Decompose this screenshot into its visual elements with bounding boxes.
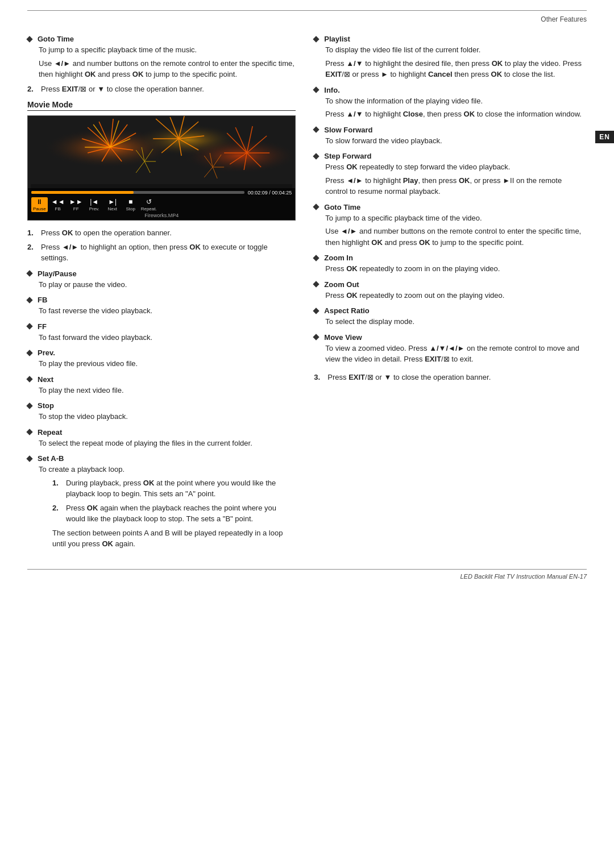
set-ab-note: The section between points A and B will … xyxy=(52,528,296,550)
set-ab-steps: 1. During playback, press OK at the poin… xyxy=(52,477,296,525)
video-preview: 00:02:09 / 00:04:25 ⏸ Pause ◄◄ FB xyxy=(27,115,296,221)
filename-display: Fireworks.MP4 xyxy=(31,213,292,218)
play-pause-section: Play/Pause To play or pause the video. xyxy=(27,269,296,290)
stop-btn[interactable]: ■ Stop xyxy=(123,198,139,211)
diamond-icon xyxy=(313,86,320,93)
ff-label: FF xyxy=(73,206,79,211)
stop-label: Stop xyxy=(126,206,135,211)
goto-time-section: Goto Time To jump to a specific playback… xyxy=(27,35,296,80)
progress-container: 00:02:09 / 00:04:25 xyxy=(31,190,292,196)
diamond-icon xyxy=(313,153,320,159)
pause-icon: ⏸ xyxy=(36,198,43,206)
progress-bar-bg xyxy=(31,191,244,194)
next-section: Next To play the next video file. xyxy=(27,375,296,396)
diamond-icon xyxy=(26,376,32,382)
footer-label: LED Backlit Flat TV Instruction Manual E… xyxy=(460,573,587,580)
info-section: Info. To show the information of the pla… xyxy=(314,86,582,120)
diamond-icon xyxy=(26,297,32,303)
bottom-border xyxy=(27,569,587,570)
prev-icon: |◄ xyxy=(90,198,98,206)
fb-label: FB xyxy=(55,206,61,211)
move-view-section: Move View To view a zoomed video. Press … xyxy=(314,333,582,365)
right-column: Playlist To display the video file list … xyxy=(314,29,582,552)
slow-forward-section: Slow Forward To slow forward the video p… xyxy=(314,126,582,147)
diamond-icon xyxy=(26,323,32,329)
step3-exit: 3. Press EXIT/⊠ or ▼ to close the operat… xyxy=(314,372,582,383)
svg-rect-3 xyxy=(31,116,292,196)
diamond-icon xyxy=(313,281,320,287)
diamond-icon xyxy=(26,402,32,409)
fireworks-image xyxy=(28,116,295,196)
goto-time-p1: To jump to a specific playback time of t… xyxy=(39,44,296,56)
movie-step2b: 2. Press ◄/► to highlight an option, the… xyxy=(27,242,296,264)
video-controls-bar: 00:02:09 / 00:04:25 ⏸ Pause ◄◄ FB xyxy=(28,188,295,220)
step-forward-section: Step Forward Press OK repeatedly to step… xyxy=(314,152,582,197)
diamond-icon xyxy=(313,36,320,42)
goto-time2-section: Goto Time To jump to a specific playback… xyxy=(314,203,582,248)
stop-section: Stop To stop the video playback. xyxy=(27,401,296,422)
zoom-out-section: Zoom Out Press OK repeatedly to zoom out… xyxy=(314,280,582,301)
repeat-label: Repeat. xyxy=(141,206,157,211)
prev-section: Prev. To play the previous video file. xyxy=(27,348,296,369)
repeat-btn[interactable]: ↺ Repeat. xyxy=(141,198,157,211)
left-column: Goto Time To jump to a specific playback… xyxy=(27,29,296,552)
step2-exit: 2. Press EXIT/⊠ or ▼ to close the operat… xyxy=(27,84,296,95)
set-ab-step2: 2. Press OK again when the playback reac… xyxy=(52,502,296,525)
pause-label: Pause xyxy=(33,206,46,211)
prev-label: Prev. xyxy=(89,206,99,211)
controls-row: ⏸ Pause ◄◄ FB ►► FF xyxy=(31,197,292,212)
goto-time-p2: Use ◄/► and number buttons on the remote… xyxy=(39,58,296,80)
diamond-icon xyxy=(313,334,320,340)
ff-icon: ►► xyxy=(69,198,83,206)
next-label: Next xyxy=(107,206,117,211)
stop-icon: ■ xyxy=(128,198,132,206)
repeat-icon: ↺ xyxy=(146,198,152,206)
top-border xyxy=(27,10,587,11)
fb-btn[interactable]: ◄◄ FB xyxy=(50,198,66,211)
next-btn[interactable]: ►| Next xyxy=(105,198,121,211)
movie-steps: 1. Press OK to open the operation banner… xyxy=(27,227,296,264)
pause-btn[interactable]: ⏸ Pause xyxy=(31,197,48,212)
diamond-icon xyxy=(26,350,32,356)
playlist-section: Playlist To display the video file list … xyxy=(314,35,582,80)
progress-bar-fill xyxy=(31,191,134,194)
ff-btn[interactable]: ►► FF xyxy=(68,198,84,211)
zoom-in-section: Zoom In Press OK repeatedly to zoom in o… xyxy=(314,254,582,275)
diamond-icon xyxy=(26,429,32,435)
ff-section: FF To fast forward the video playback. xyxy=(27,322,296,343)
diamond-icon xyxy=(26,455,32,462)
goto-time-body: To jump to a specific playback time of t… xyxy=(39,44,296,80)
prev-btn[interactable]: |◄ Prev. xyxy=(86,198,102,211)
set-ab-section: Set A-B To create a playback loop. 1. Du… xyxy=(27,454,296,550)
fb-section: FB To fast reverse the video playback. xyxy=(27,296,296,317)
next-icon: ►| xyxy=(108,198,117,206)
diamond-icon xyxy=(313,308,320,314)
page-header: Other Features xyxy=(541,15,587,23)
diamond-icon xyxy=(313,203,320,210)
movie-mode-title: Movie Mode xyxy=(27,100,296,111)
movie-step1: 1. Press OK to open the operation banner… xyxy=(27,227,296,239)
set-ab-step1: 1. During playback, press OK at the poin… xyxy=(52,477,296,500)
diamond-icon xyxy=(313,255,320,261)
diamond-icon xyxy=(26,36,32,42)
diamond-icon xyxy=(313,126,320,132)
repeat-section: Repeat To select the repeat mode of play… xyxy=(27,428,296,449)
movie-mode-section: Movie Mode xyxy=(27,100,296,221)
goto-time-title: Goto Time xyxy=(27,35,296,43)
diamond-icon xyxy=(26,270,32,276)
aspect-ratio-section: Aspect Ratio To select the display mode. xyxy=(314,306,582,327)
fb-icon: ◄◄ xyxy=(51,198,65,206)
en-badge: EN xyxy=(595,131,614,143)
time-display: 00:02:09 / 00:04:25 xyxy=(248,190,292,196)
